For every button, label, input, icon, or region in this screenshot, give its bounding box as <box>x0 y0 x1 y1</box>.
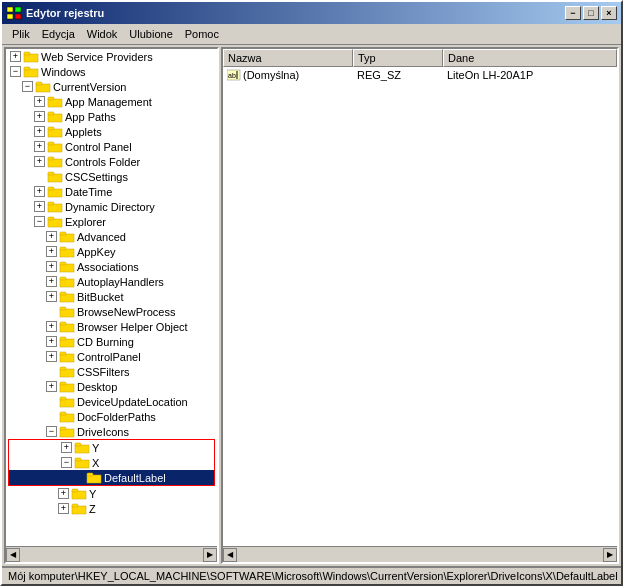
tree-item-controlpanel2[interactable]: + ControlPanel <box>6 349 217 364</box>
expander-dynamic-directory[interactable]: + <box>34 201 45 212</box>
tree-item-cd-burning[interactable]: + CD Burning <box>6 334 217 349</box>
tree-item-browsenewprocess[interactable]: BrowseNewProcess <box>6 304 217 319</box>
expander-currentversion[interactable]: − <box>22 81 33 92</box>
expander-bitbucket[interactable]: + <box>46 291 57 302</box>
menu-widok[interactable]: Widok <box>81 26 124 42</box>
svg-rect-15 <box>48 127 54 130</box>
tree-item-windows[interactable]: − Windows <box>6 64 217 79</box>
expander-explorer[interactable]: − <box>34 216 45 227</box>
svg-rect-51 <box>60 397 66 400</box>
expander-driveicons[interactable]: − <box>46 426 57 437</box>
expander-browser-helper-object[interactable]: + <box>46 321 57 332</box>
folder-icon-app-management <box>47 95 63 108</box>
expander-app-paths[interactable]: + <box>34 111 45 122</box>
tree-item-driveicons[interactable]: − DriveIcons <box>6 424 217 439</box>
tree-item-autoplay-handlers[interactable]: + AutoplayHandlers <box>6 274 217 289</box>
tree-hscrollbar[interactable]: ◀ ▶ <box>6 546 217 562</box>
folder-icon-windows <box>23 65 39 78</box>
expander-advanced[interactable]: + <box>46 231 57 242</box>
tree-item-browser-helper-object[interactable]: + Browser Helper Object <box>6 319 217 334</box>
expander-drive-y-inner[interactable]: + <box>61 442 72 453</box>
tree-item-appkey[interactable]: + AppKey <box>6 244 217 259</box>
tree-item-associations[interactable]: + Associations <box>6 259 217 274</box>
data-hscrollbar[interactable]: ◀ ▶ <box>223 546 617 562</box>
folder-icon-web-service-providers <box>23 50 39 63</box>
expander-controlpanel2[interactable]: + <box>46 351 57 362</box>
svg-rect-49 <box>60 382 66 385</box>
menu-ulubione[interactable]: Ulubione <box>123 26 178 42</box>
tree-item-device-update-location[interactable]: DeviceUpdateLocation <box>6 394 217 409</box>
expander-desktop[interactable]: + <box>46 381 57 392</box>
expander-drive-z[interactable]: + <box>58 503 69 514</box>
label-browsenewprocess: BrowseNewProcess <box>77 306 175 318</box>
svg-rect-45 <box>60 352 66 355</box>
expander-appkey[interactable]: + <box>46 246 57 257</box>
expander-controls-folder[interactable]: + <box>34 156 45 167</box>
tree-item-cssfilters[interactable]: CSSFilters <box>6 364 217 379</box>
expander-control-panel[interactable]: + <box>34 141 45 152</box>
expander-associations[interactable]: + <box>46 261 57 272</box>
tree-item-advanced[interactable]: + Advanced <box>6 229 217 244</box>
expander-docfolder-paths <box>46 411 57 422</box>
menu-plik[interactable]: Plik <box>6 26 36 42</box>
tree-item-datetime[interactable]: + DateTime <box>6 184 217 199</box>
tree-item-app-paths[interactable]: + App Paths <box>6 109 217 124</box>
expander-autoplay-handlers[interactable]: + <box>46 276 57 287</box>
menu-bar: Plik Edycja Widok Ulubione Pomoc <box>2 24 621 45</box>
label-applets: Applets <box>65 126 102 138</box>
tree-item-web-service-providers[interactable]: + Web Service Providers <box>6 49 217 64</box>
tree-item-currentversion[interactable]: − CurrentVersion <box>6 79 217 94</box>
svg-rect-61 <box>87 473 93 476</box>
expander-drive-y-outer[interactable]: + <box>58 488 69 499</box>
svg-rect-9 <box>36 82 42 85</box>
data-panel: Nazwa Typ Dane ab (Domyślna) <box>221 47 619 564</box>
label-driveicons: DriveIcons <box>77 426 129 438</box>
registry-row[interactable]: ab (Domyślna) REG_SZ LiteOn LH-20A1P <box>223 67 617 84</box>
folder-icon-drive-y-inner <box>74 441 90 454</box>
tree-scroll-area[interactable]: + Web Service Providers − Windows <box>6 49 217 546</box>
tree-item-desktop[interactable]: + Desktop <box>6 379 217 394</box>
tree-item-bitbucket[interactable]: + BitBucket <box>6 289 217 304</box>
maximize-button[interactable]: □ <box>583 6 599 20</box>
svg-rect-53 <box>60 412 66 415</box>
tree-item-dynamic-directory[interactable]: + Dynamic Directory <box>6 199 217 214</box>
col-data-header: Dane <box>443 49 617 67</box>
close-button[interactable]: × <box>601 6 617 20</box>
expander-web-service-providers[interactable]: + <box>10 51 21 62</box>
data-hscroll-right-btn[interactable]: ▶ <box>603 548 617 562</box>
tree-item-drive-y-outer[interactable]: + Y <box>6 486 217 501</box>
tree-item-controls-folder[interactable]: + Controls Folder <box>6 154 217 169</box>
tree-item-applets[interactable]: + Applets <box>6 124 217 139</box>
data-hscroll-left-btn[interactable]: ◀ <box>223 548 237 562</box>
expander-cd-burning[interactable]: + <box>46 336 57 347</box>
tree-item-docfolder-paths[interactable]: DocFolderPaths <box>6 409 217 424</box>
tree-item-drive-z[interactable]: + Z <box>6 501 217 516</box>
tree-item-cscsettings[interactable]: CSCSettings <box>6 169 217 184</box>
expander-datetime[interactable]: + <box>34 186 45 197</box>
svg-rect-47 <box>60 367 66 370</box>
svg-rect-3 <box>15 14 21 19</box>
menu-edycja[interactable]: Edycja <box>36 26 81 42</box>
expander-windows[interactable]: − <box>10 66 21 77</box>
svg-rect-37 <box>60 292 66 295</box>
tree-item-drive-x[interactable]: − X <box>9 455 214 470</box>
expander-applets[interactable]: + <box>34 126 45 137</box>
label-associations: Associations <box>77 261 139 273</box>
label-datetime: DateTime <box>65 186 112 198</box>
svg-rect-35 <box>60 277 66 280</box>
tree-item-explorer[interactable]: − Explorer <box>6 214 217 229</box>
expander-app-management[interactable]: + <box>34 96 45 107</box>
hscroll-right-btn[interactable]: ▶ <box>203 548 217 562</box>
hscroll-left-btn[interactable]: ◀ <box>6 548 20 562</box>
expander-drive-x[interactable]: − <box>61 457 72 468</box>
tree-item-drive-y-inner[interactable]: + Y <box>9 440 214 455</box>
title-bar-text: Edytor rejestru <box>6 5 104 21</box>
tree-item-control-panel[interactable]: + Control Panel <box>6 139 217 154</box>
status-bar: Mój komputer\HKEY_LOCAL_MACHINE\SOFTWARE… <box>2 566 621 584</box>
label-docfolder-paths: DocFolderPaths <box>77 411 156 423</box>
tree-item-app-management[interactable]: + App Management <box>6 94 217 109</box>
expander-browsenewprocess <box>46 306 57 317</box>
menu-pomoc[interactable]: Pomoc <box>179 26 225 42</box>
tree-item-defaultlabel[interactable]: DefaultLabel <box>9 470 214 485</box>
minimize-button[interactable]: − <box>565 6 581 20</box>
